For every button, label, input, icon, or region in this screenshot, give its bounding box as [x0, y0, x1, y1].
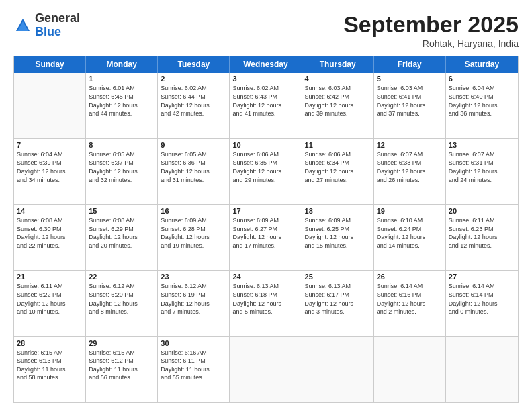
day-detail: Sunrise: 6:05 AM Sunset: 6:37 PM Dayligh…: [89, 150, 154, 184]
day-number: 13: [449, 141, 515, 149]
header-day-sunday: Sunday: [14, 56, 86, 73]
day-detail: Sunrise: 6:08 AM Sunset: 6:30 PM Dayligh…: [17, 216, 83, 250]
day-detail: Sunrise: 6:12 AM Sunset: 6:19 PM Dayligh…: [161, 282, 226, 316]
cal-cell: 11Sunrise: 6:06 AM Sunset: 6:34 PM Dayli…: [302, 139, 374, 204]
cal-cell: [14, 73, 86, 138]
day-number: 30: [161, 339, 226, 347]
header-day-thursday: Thursday: [302, 56, 374, 73]
day-detail: Sunrise: 6:07 AM Sunset: 6:33 PM Dayligh…: [377, 150, 443, 184]
cal-row-3: 21Sunrise: 6:11 AM Sunset: 6:22 PM Dayli…: [14, 271, 518, 336]
day-number: 5: [377, 75, 443, 83]
calendar: SundayMondayTuesdayWednesdayThursdayFrid…: [13, 56, 519, 403]
calendar-header: SundayMondayTuesdayWednesdayThursdayFrid…: [14, 56, 518, 73]
day-detail: Sunrise: 6:14 AM Sunset: 6:14 PM Dayligh…: [449, 282, 515, 316]
cal-cell: [446, 337, 518, 402]
day-detail: Sunrise: 6:15 AM Sunset: 6:13 PM Dayligh…: [17, 349, 83, 382]
day-detail: Sunrise: 6:09 AM Sunset: 6:28 PM Dayligh…: [161, 216, 226, 250]
day-detail: Sunrise: 6:03 AM Sunset: 6:42 PM Dayligh…: [305, 84, 371, 118]
day-number: 15: [89, 207, 154, 215]
day-detail: Sunrise: 6:03 AM Sunset: 6:41 PM Dayligh…: [377, 84, 443, 118]
cal-cell: 6Sunrise: 6:04 AM Sunset: 6:40 PM Daylig…: [446, 73, 518, 138]
logo-icon: [13, 16, 32, 35]
cal-cell: 24Sunrise: 6:13 AM Sunset: 6:18 PM Dayli…: [230, 271, 302, 336]
month-title: September 2025: [343, 12, 519, 37]
header-day-tuesday: Tuesday: [158, 56, 230, 73]
day-number: 28: [17, 339, 83, 347]
day-number: 2: [161, 75, 226, 83]
cal-cell: 15Sunrise: 6:08 AM Sunset: 6:29 PM Dayli…: [86, 205, 158, 270]
header-day-saturday: Saturday: [446, 56, 518, 73]
day-number: 23: [161, 273, 226, 281]
day-number: 29: [89, 339, 154, 347]
day-number: 17: [232, 207, 298, 215]
cal-cell: 4Sunrise: 6:03 AM Sunset: 6:42 PM Daylig…: [302, 73, 374, 138]
cal-cell: 26Sunrise: 6:14 AM Sunset: 6:16 PM Dayli…: [374, 271, 446, 336]
day-number: 19: [377, 207, 443, 215]
day-detail: Sunrise: 6:16 AM Sunset: 6:11 PM Dayligh…: [161, 349, 226, 382]
day-detail: Sunrise: 6:10 AM Sunset: 6:24 PM Dayligh…: [377, 216, 443, 250]
day-detail: Sunrise: 6:02 AM Sunset: 6:44 PM Dayligh…: [161, 84, 226, 118]
day-number: 4: [305, 75, 371, 83]
header-day-wednesday: Wednesday: [230, 56, 302, 73]
day-detail: Sunrise: 6:02 AM Sunset: 6:43 PM Dayligh…: [232, 84, 298, 118]
day-number: 27: [449, 273, 515, 281]
cal-cell: 17Sunrise: 6:09 AM Sunset: 6:27 PM Dayli…: [230, 205, 302, 270]
day-detail: Sunrise: 6:15 AM Sunset: 6:12 PM Dayligh…: [89, 349, 154, 382]
day-number: 6: [449, 75, 515, 83]
day-detail: Sunrise: 6:13 AM Sunset: 6:18 PM Dayligh…: [232, 282, 298, 316]
cal-cell: [374, 337, 446, 402]
cal-cell: 7Sunrise: 6:04 AM Sunset: 6:39 PM Daylig…: [14, 139, 86, 204]
cal-cell: 1Sunrise: 6:01 AM Sunset: 6:45 PM Daylig…: [86, 73, 158, 138]
header-day-friday: Friday: [374, 56, 446, 73]
day-detail: Sunrise: 6:09 AM Sunset: 6:27 PM Dayligh…: [232, 216, 298, 250]
day-number: 1: [89, 75, 154, 83]
cal-cell: 10Sunrise: 6:06 AM Sunset: 6:35 PM Dayli…: [230, 139, 302, 204]
day-number: 12: [377, 141, 443, 149]
day-detail: Sunrise: 6:06 AM Sunset: 6:35 PM Dayligh…: [232, 150, 298, 184]
day-number: 16: [161, 207, 226, 215]
day-number: 20: [449, 207, 515, 215]
logo-general: General: [35, 11, 80, 25]
cal-row-2: 14Sunrise: 6:08 AM Sunset: 6:30 PM Dayli…: [14, 205, 518, 271]
cal-row-4: 28Sunrise: 6:15 AM Sunset: 6:13 PM Dayli…: [14, 337, 518, 402]
location: Rohtak, Haryana, India: [343, 38, 519, 49]
day-number: 26: [377, 273, 443, 281]
cal-cell: 28Sunrise: 6:15 AM Sunset: 6:13 PM Dayli…: [14, 337, 86, 402]
cal-cell: 14Sunrise: 6:08 AM Sunset: 6:30 PM Dayli…: [14, 205, 86, 270]
logo: General Blue: [13, 12, 80, 39]
cal-cell: 25Sunrise: 6:13 AM Sunset: 6:17 PM Dayli…: [302, 271, 374, 336]
cal-cell: 9Sunrise: 6:05 AM Sunset: 6:36 PM Daylig…: [158, 139, 230, 204]
cal-cell: 3Sunrise: 6:02 AM Sunset: 6:43 PM Daylig…: [230, 73, 302, 138]
logo-text: General Blue: [35, 12, 80, 39]
day-detail: Sunrise: 6:06 AM Sunset: 6:34 PM Dayligh…: [305, 150, 371, 184]
day-number: 3: [232, 75, 298, 83]
day-detail: Sunrise: 6:01 AM Sunset: 6:45 PM Dayligh…: [89, 84, 154, 118]
cal-cell: [302, 337, 374, 402]
day-number: 22: [89, 273, 154, 281]
cal-cell: 13Sunrise: 6:07 AM Sunset: 6:31 PM Dayli…: [446, 139, 518, 204]
cal-cell: 5Sunrise: 6:03 AM Sunset: 6:41 PM Daylig…: [374, 73, 446, 138]
calendar-body: 1Sunrise: 6:01 AM Sunset: 6:45 PM Daylig…: [14, 73, 518, 402]
cal-cell: 21Sunrise: 6:11 AM Sunset: 6:22 PM Dayli…: [14, 271, 86, 336]
cal-cell: 20Sunrise: 6:11 AM Sunset: 6:23 PM Dayli…: [446, 205, 518, 270]
day-number: 9: [161, 141, 226, 149]
page: General Blue September 2025 Rohtak, Hary…: [0, 0, 532, 411]
cal-cell: 27Sunrise: 6:14 AM Sunset: 6:14 PM Dayli…: [446, 271, 518, 336]
day-detail: Sunrise: 6:08 AM Sunset: 6:29 PM Dayligh…: [89, 216, 154, 250]
cal-cell: 19Sunrise: 6:10 AM Sunset: 6:24 PM Dayli…: [374, 205, 446, 270]
header-day-monday: Monday: [86, 56, 158, 73]
day-detail: Sunrise: 6:04 AM Sunset: 6:39 PM Dayligh…: [17, 150, 83, 184]
title-block: September 2025 Rohtak, Haryana, India: [343, 12, 519, 49]
day-detail: Sunrise: 6:13 AM Sunset: 6:17 PM Dayligh…: [305, 282, 371, 316]
day-number: 14: [17, 207, 83, 215]
day-number: 10: [232, 141, 298, 149]
cal-row-1: 7Sunrise: 6:04 AM Sunset: 6:39 PM Daylig…: [14, 139, 518, 205]
cal-cell: 2Sunrise: 6:02 AM Sunset: 6:44 PM Daylig…: [158, 73, 230, 138]
day-number: 25: [305, 273, 371, 281]
cal-cell: [230, 337, 302, 402]
cal-cell: 8Sunrise: 6:05 AM Sunset: 6:37 PM Daylig…: [86, 139, 158, 204]
day-detail: Sunrise: 6:11 AM Sunset: 6:23 PM Dayligh…: [449, 216, 515, 250]
day-detail: Sunrise: 6:05 AM Sunset: 6:36 PM Dayligh…: [161, 150, 226, 184]
logo-blue: Blue: [35, 25, 61, 38]
day-number: 8: [89, 141, 154, 149]
